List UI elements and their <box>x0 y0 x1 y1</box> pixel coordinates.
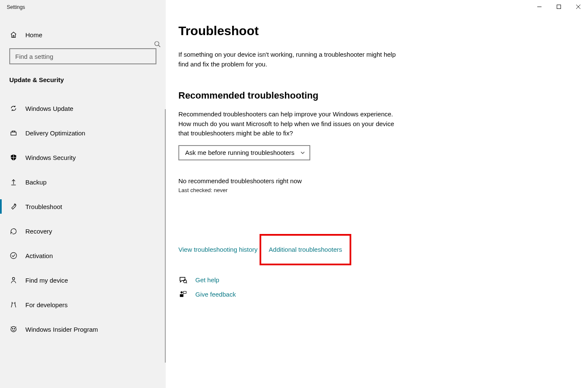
highlight-annotation: Additional troubleshooters <box>260 234 351 265</box>
svg-point-18 <box>181 291 183 293</box>
svg-point-11 <box>15 204 16 205</box>
svg-rect-20 <box>183 291 186 293</box>
backup-icon <box>9 178 18 186</box>
sidebar-item-windows-update[interactable]: Windows Update <box>0 96 166 121</box>
shield-icon <box>9 153 18 162</box>
home-label: Home <box>25 31 42 39</box>
home-icon <box>9 30 18 39</box>
check-circle-icon <box>9 251 18 260</box>
intro-text: If something on your device isn't workin… <box>178 50 398 69</box>
sidebar-item-recovery[interactable]: Recovery <box>0 219 166 243</box>
svg-rect-6 <box>11 132 16 135</box>
feedback-icon <box>178 290 188 299</box>
svg-point-14 <box>11 327 16 332</box>
page-title: Troubleshoot <box>178 24 572 38</box>
wrench-icon <box>9 202 18 211</box>
sidebar-item-find-my-device[interactable]: Find my device <box>0 268 166 292</box>
sidebar-item-label: Delivery Optimization <box>25 129 85 137</box>
section-body: Recommended troubleshooters can help imp… <box>178 110 398 138</box>
insider-icon <box>9 325 18 333</box>
section-title: Update & Security <box>0 64 166 88</box>
view-history-link[interactable]: View troubleshooting history <box>178 246 257 253</box>
sidebar-item-label: Recovery <box>25 228 52 235</box>
sidebar-item-label: Activation <box>25 252 53 259</box>
refresh-icon <box>9 104 18 113</box>
search-input[interactable] <box>9 48 156 64</box>
svg-point-12 <box>11 253 16 259</box>
svg-rect-8 <box>11 157 16 157</box>
app-title: Settings <box>0 0 166 10</box>
svg-point-15 <box>12 328 13 329</box>
tools-icon <box>9 300 18 309</box>
dropdown-value: Ask me before running troubleshooters <box>185 149 294 156</box>
help-chat-icon <box>178 275 188 285</box>
main-content: Troubleshoot If something on your device… <box>166 0 588 388</box>
sidebar-nav: Windows Update Delivery Optimization <box>0 96 166 341</box>
sidebar-item-backup[interactable]: Backup <box>0 170 166 194</box>
delivery-icon <box>9 129 18 137</box>
sidebar-item-label: Troubleshoot <box>25 203 62 210</box>
svg-point-16 <box>14 328 15 329</box>
get-help-link[interactable]: Get help <box>195 276 219 283</box>
give-feedback-link[interactable]: Give feedback <box>195 291 236 298</box>
sidebar-item-label: Windows Insider Program <box>25 326 98 333</box>
sidebar-item-label: Find my device <box>25 277 68 284</box>
additional-troubleshooters-link[interactable]: Additional troubleshooters <box>269 246 342 253</box>
section-heading: Recommended troubleshooting <box>178 90 572 101</box>
sidebar-home[interactable]: Home <box>0 23 166 47</box>
status-text: No recommended troubleshooters right now <box>178 177 572 184</box>
sidebar-item-for-developers[interactable]: For developers <box>0 292 166 317</box>
sidebar-item-activation[interactable]: Activation <box>0 243 166 268</box>
recovery-icon <box>9 227 18 235</box>
svg-rect-19 <box>180 294 183 297</box>
sidebar-item-windows-insider[interactable]: Windows Insider Program <box>0 317 166 341</box>
sidebar-item-label: Windows Security <box>25 154 76 161</box>
chevron-down-icon <box>300 150 305 155</box>
svg-point-13 <box>12 278 14 280</box>
sidebar-item-troubleshoot[interactable]: Troubleshoot <box>0 194 166 219</box>
troubleshoot-preference-dropdown[interactable]: Ask me before running troubleshooters <box>178 145 310 160</box>
person-pin-icon <box>9 276 18 284</box>
sidebar-item-label: For developers <box>25 301 68 308</box>
sidebar-item-delivery-optimization[interactable]: Delivery Optimization <box>0 121 166 145</box>
sidebar-item-label: Backup <box>25 179 46 186</box>
sidebar: Settings Home Update & Security <box>0 0 166 388</box>
sidebar-item-windows-security[interactable]: Windows Security <box>0 145 166 170</box>
sidebar-item-label: Windows Update <box>25 105 73 112</box>
status-subtext: Last checked: never <box>178 187 572 193</box>
